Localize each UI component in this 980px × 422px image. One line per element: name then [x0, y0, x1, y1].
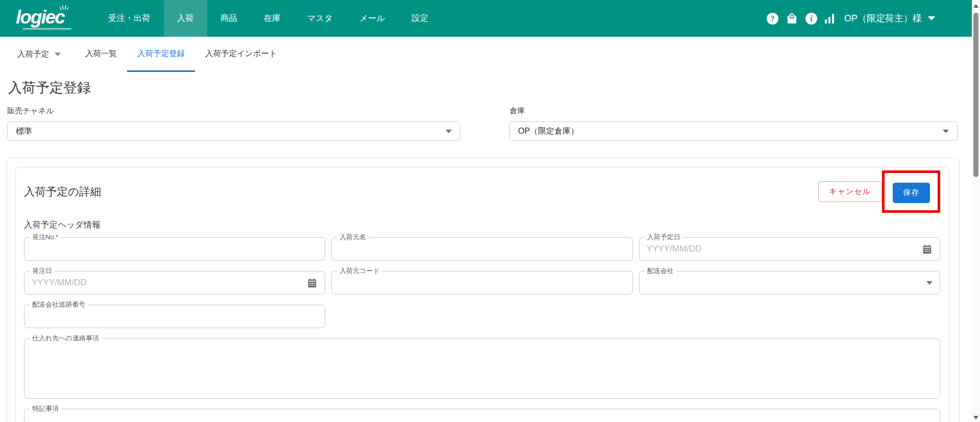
info-icon[interactable]: i — [805, 13, 817, 24]
subnav-tabs: 入荷一覧 入荷予定登録 入荷予定インポート — [75, 37, 287, 72]
page-root: logiec 受注・出荷 入荷 商品 在庫 マスタ メール 設定 ? i OP（… — [0, 0, 972, 422]
inbound-plan-outer-card: 入荷予定の詳細 キャンセル 保存 入荷予定ヘッダ情報 発注No.* — [7, 158, 960, 422]
required-mark: * — [56, 233, 58, 241]
sub-nav: 入荷予定 入荷一覧 入荷予定登録 入荷予定インポート — [0, 37, 972, 72]
tab-inbound-plan-register[interactable]: 入荷予定登録 — [127, 37, 195, 72]
help-icon[interactable]: ? — [767, 13, 778, 24]
save-button[interactable]: 保存 — [893, 183, 930, 203]
nav-item-mail[interactable]: メール — [346, 0, 398, 37]
stats-icon[interactable] — [825, 13, 834, 23]
source-code-label: 入荷元コード — [337, 267, 382, 275]
order-no-input[interactable] — [32, 244, 317, 254]
source-name-field: 入荷元名 — [331, 237, 632, 261]
source-name-input[interactable] — [339, 244, 625, 254]
remarks-field: 特記事項 — [24, 409, 940, 422]
sales-channel-label: 販売チャネル — [7, 106, 460, 116]
chevron-down-icon — [55, 53, 61, 56]
subnav-dropdown-inbound-plan[interactable]: 入荷予定 — [17, 37, 61, 72]
carrier-field[interactable]: 配送会社 — [639, 271, 940, 294]
sales-channel-select[interactable]: 標準 — [7, 121, 460, 141]
logo-sparkle-icon — [60, 3, 69, 12]
nav-item-inbound[interactable]: 入荷 — [164, 0, 207, 37]
logo-tagline — [22, 28, 71, 30]
supplier-note-textarea[interactable] — [32, 344, 933, 393]
scrollbar-thumb[interactable] — [973, 13, 978, 177]
calendar-icon[interactable] — [922, 244, 933, 255]
source-code-input[interactable] — [339, 278, 625, 288]
header-fields-grid: 発注No.* 入荷元名 入荷予定日 — [24, 237, 940, 422]
filters-row: 販売チャネル 標準 倉庫 OP（限定倉庫） — [7, 106, 972, 141]
tab-inbound-plan-import[interactable]: 入荷予定インポート — [195, 37, 287, 72]
bag-icon[interactable] — [786, 13, 798, 24]
arrival-date-input[interactable] — [647, 244, 918, 254]
arrival-date-label: 入荷予定日 — [645, 233, 683, 241]
warehouse-value: OP（限定倉庫） — [518, 126, 943, 137]
nav-item-stock[interactable]: 在庫 — [251, 0, 294, 37]
supplier-note-field: 仕入れ先への連絡事項 — [24, 338, 940, 399]
calendar-icon[interactable] — [307, 278, 317, 288]
warehouse-filter: 倉庫 OP（限定倉庫） — [509, 106, 958, 141]
vertical-scrollbar — [972, 0, 980, 422]
chevron-down-icon — [943, 130, 949, 133]
annotation-box: 保存 — [882, 170, 940, 213]
nav-item-products[interactable]: 商品 — [207, 0, 251, 37]
header-right: ? i OP（限定荷主）様 — [759, 0, 935, 37]
section-title-header-info: 入荷予定ヘッダ情報 — [24, 219, 940, 231]
tracking-no-input[interactable] — [32, 311, 317, 321]
order-date-field: 発注日 — [24, 271, 325, 294]
page-title: 入荷予定登録 — [8, 80, 972, 95]
app-header: logiec 受注・出荷 入荷 商品 在庫 マスタ メール 設定 ? i OP（… — [0, 0, 972, 37]
sales-channel-filter: 販売チャネル 標準 — [7, 106, 460, 141]
logo[interactable]: logiec — [16, 0, 71, 37]
card-actions: キャンセル 保存 — [818, 170, 940, 213]
chevron-down-icon — [928, 16, 935, 20]
chevron-down-icon — [446, 130, 452, 133]
user-menu[interactable]: OP（限定荷主）様 — [844, 12, 935, 24]
subnav-dropdown-label: 入荷予定 — [17, 49, 49, 60]
cancel-button[interactable]: キャンセル — [818, 181, 881, 202]
nav-item-master[interactable]: マスタ — [294, 0, 347, 37]
main-nav: 受注・出荷 入荷 商品 在庫 マスタ メール 設定 — [95, 0, 442, 37]
order-no-field: 発注No.* — [24, 237, 325, 261]
order-date-label: 発注日 — [30, 267, 55, 275]
card-header: 入荷予定の詳細 キャンセル 保存 — [24, 169, 940, 213]
chevron-down-icon — [926, 281, 933, 285]
remarks-textarea[interactable] — [32, 414, 933, 422]
nav-item-orders[interactable]: 受注・出荷 — [95, 0, 164, 37]
tracking-no-field: 配送会社追跡番号 — [24, 305, 325, 328]
order-date-input[interactable] — [32, 278, 303, 288]
user-name: OP（限定荷主）様 — [844, 12, 922, 24]
carrier-label: 配送会社 — [645, 267, 676, 275]
warehouse-label: 倉庫 — [509, 106, 958, 116]
tracking-no-label: 配送会社追跡番号 — [30, 301, 88, 309]
source-code-field: 入荷元コード — [331, 271, 632, 294]
warehouse-select[interactable]: OP（限定倉庫） — [509, 121, 958, 141]
arrival-date-field: 入荷予定日 — [639, 237, 940, 261]
inbound-plan-detail-card: 入荷予定の詳細 キャンセル 保存 入荷予定ヘッダ情報 発注No.* — [15, 167, 949, 422]
remarks-label: 特記事項 — [30, 405, 61, 413]
supplier-note-label: 仕入れ先への連絡事項 — [30, 334, 102, 342]
order-no-label: 発注No.* — [30, 233, 61, 241]
scroll-down-arrow-icon[interactable] — [973, 416, 978, 419]
sales-channel-value: 標準 — [16, 126, 446, 137]
nav-item-settings[interactable]: 設定 — [398, 0, 442, 37]
scroll-up-arrow-icon[interactable] — [973, 4, 978, 8]
card-title: 入荷予定の詳細 — [24, 184, 101, 199]
source-name-label: 入荷元名 — [337, 233, 369, 241]
tab-inbound-list[interactable]: 入荷一覧 — [75, 37, 127, 72]
